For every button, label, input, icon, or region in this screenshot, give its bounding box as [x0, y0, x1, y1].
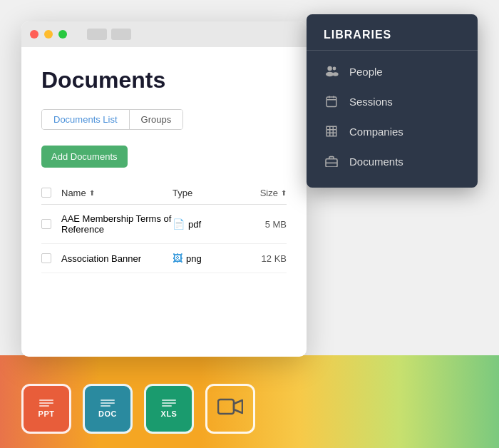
- traffic-light-green[interactable]: [58, 30, 67, 39]
- row2-checkbox[interactable]: [41, 253, 51, 263]
- menu-item-documents-label: Documents: [349, 156, 403, 168]
- row1-checkbox[interactable]: [41, 219, 51, 229]
- window-btn-1: [87, 29, 107, 40]
- traffic-light-red[interactable]: [30, 30, 38, 39]
- row1-type: pdf: [188, 219, 201, 230]
- table-header: Name ⬆ Type Size ⬆: [41, 182, 287, 205]
- menu-item-sessions-label: Sessions: [349, 96, 393, 108]
- menu-item-people[interactable]: People: [307, 56, 478, 86]
- col-type-label: Type: [173, 188, 230, 198]
- header-checkbox[interactable]: [41, 188, 51, 198]
- video-icon-box[interactable]: [205, 384, 255, 434]
- xls-icon-box[interactable]: XLS: [144, 384, 194, 434]
- page-title: Documents: [41, 67, 287, 93]
- png-icon: 🖼: [173, 253, 182, 264]
- svg-rect-15: [218, 399, 234, 414]
- svg-point-2: [333, 67, 336, 71]
- libraries-dropdown: LIBRARIES People Sessions: [307, 14, 478, 188]
- table-row: Association Banner 🖼 png 12 KB: [41, 244, 287, 273]
- tab-groups[interactable]: Groups: [130, 110, 183, 129]
- svg-point-3: [333, 72, 339, 76]
- add-documents-button[interactable]: Add Documents: [41, 146, 128, 168]
- ppt-label: PPT: [38, 409, 55, 418]
- sort-icon: ⬆: [89, 189, 95, 197]
- window-btn-2: [111, 29, 131, 40]
- col-size-label: Size: [260, 188, 278, 198]
- svg-point-0: [327, 66, 331, 71]
- table-row: AAE Membership Terms of Reference 📄 pdf …: [41, 205, 287, 244]
- menu-item-documents[interactable]: Documents: [307, 146, 478, 176]
- people-icon: [324, 63, 339, 79]
- size-sort-icon: ⬆: [281, 189, 287, 197]
- menu-item-companies[interactable]: Companies: [307, 116, 478, 146]
- menu-item-people-label: People: [349, 66, 383, 78]
- ppt-icon-box[interactable]: PPT: [21, 384, 71, 434]
- bottom-icons-bar: PPT DOC XLS: [21, 384, 255, 434]
- browser-window: Documents Documents List Groups Add Docu…: [21, 21, 307, 357]
- svg-marker-16: [234, 400, 242, 413]
- tab-documents-list[interactable]: Documents List: [42, 110, 130, 129]
- menu-item-companies-label: Companies: [349, 126, 403, 138]
- row2-size: 12 KB: [230, 253, 287, 264]
- svg-rect-4: [326, 97, 336, 107]
- xls-label: XLS: [161, 409, 178, 418]
- col-name-label: Name: [61, 188, 86, 198]
- tabs-container: Documents List Groups: [41, 109, 183, 130]
- menu-item-sessions[interactable]: Sessions: [307, 86, 478, 116]
- row1-name: AAE Membership Terms of Reference: [61, 213, 173, 235]
- svg-point-1: [326, 72, 334, 76]
- briefcase-icon: [324, 153, 339, 169]
- dropdown-title: LIBRARIES: [307, 29, 478, 51]
- video-camera-icon: [217, 397, 243, 422]
- building-icon: [324, 123, 339, 139]
- svg-rect-8: [326, 126, 336, 136]
- pdf-icon: 📄: [173, 218, 185, 230]
- row1-size: 5 MB: [230, 219, 287, 230]
- doc-label: DOC: [98, 409, 117, 418]
- doc-icon-box[interactable]: DOC: [83, 384, 133, 434]
- titlebar: [21, 21, 307, 47]
- row2-name: Association Banner: [61, 253, 173, 264]
- calendar-icon: [324, 93, 339, 109]
- row2-type: png: [186, 253, 202, 264]
- traffic-light-yellow[interactable]: [44, 30, 53, 39]
